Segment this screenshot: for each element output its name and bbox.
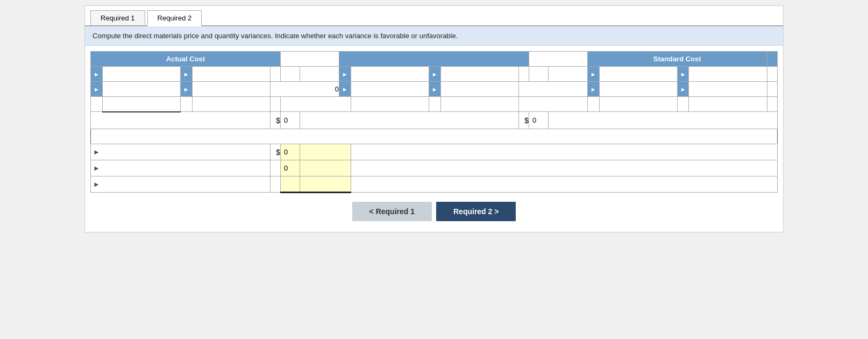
prev-button[interactable]: < Required 1 (352, 202, 432, 221)
arrow-2: ► (180, 67, 192, 82)
sc-end (767, 52, 777, 67)
arrow-1: ► (91, 67, 103, 82)
bottom-val-1: 0 (281, 144, 300, 160)
input-bottom-yellow-1[interactable] (300, 147, 350, 157)
arrow-7: ► (91, 82, 103, 97)
nav-buttons: < Required 1 Required 2 > (90, 193, 778, 227)
instruction-bar: Compute the direct materials price and q… (85, 26, 783, 46)
input-ac4[interactable] (192, 82, 270, 97)
tab-required2[interactable]: Required 2 (147, 10, 202, 26)
main-area: Actual Cost Standard Cost ► ► ► ► (85, 46, 783, 232)
input-ac5[interactable] (102, 97, 180, 112)
tab-required1[interactable]: Required 1 (90, 10, 145, 25)
input-m2[interactable] (440, 67, 518, 82)
input-m4[interactable] (440, 82, 518, 97)
input-m5[interactable] (351, 97, 429, 112)
arrow-4: ► (429, 67, 440, 82)
variance-table-top: Actual Cost Standard Cost ► ► ► ► (90, 51, 778, 193)
input-sc4[interactable] (689, 82, 767, 97)
arrow-8: ► (180, 82, 192, 97)
input-sc3[interactable] (599, 82, 677, 97)
arrow-3: ► (339, 67, 351, 82)
total-val-1: 0 (281, 112, 300, 129)
instruction-text: Compute the direct materials price and q… (93, 32, 458, 40)
zero-val-1: 0 (335, 85, 339, 93)
arrow-12: ► (677, 82, 689, 97)
input-bottom-label-2[interactable] (100, 163, 270, 173)
input-ac1[interactable] (102, 67, 180, 82)
page-container: Required 1 Required 2 Compute the direct… (84, 5, 784, 232)
input-sc1[interactable] (599, 67, 677, 82)
input-m1[interactable] (351, 67, 429, 82)
arrow-5: ► (587, 67, 599, 82)
arrow-9: ► (339, 82, 351, 97)
input-bottom-label[interactable] (100, 147, 270, 157)
arrow-10: ► (429, 82, 440, 97)
arrow-6: ► (677, 67, 689, 82)
total-val-2: 0 (529, 112, 549, 129)
bottom-val-2: 0 (281, 160, 300, 176)
actual-cost-header: Actual Cost (91, 52, 281, 67)
input-ac3[interactable] (102, 82, 180, 97)
next-button[interactable]: Required 2 > (436, 202, 516, 221)
arrow-11: ► (587, 82, 599, 97)
tabs-bar: Required 1 Required 2 (85, 6, 783, 26)
input-bottom-label-3[interactable] (100, 179, 270, 189)
input-bottom-yellow-2[interactable] (300, 163, 350, 173)
input-ac2[interactable] (192, 67, 270, 82)
input-m6[interactable] (440, 97, 518, 112)
standard-cost-header: Standard Cost (587, 52, 767, 67)
input-bottom-yellow-3[interactable] (300, 179, 350, 189)
dollar-sign-3: $ (270, 144, 280, 160)
input-m3[interactable] (351, 82, 429, 97)
dollar-sign-2: $ (518, 112, 529, 129)
middle-header (339, 52, 529, 67)
dollar-sign-1: $ (270, 112, 280, 129)
input-sc2[interactable] (689, 67, 767, 82)
